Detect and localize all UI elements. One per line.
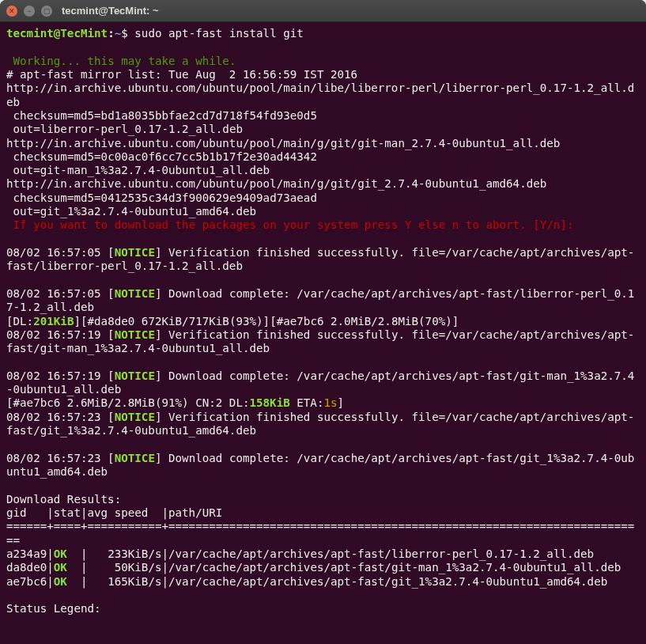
checksum-line: checksum=md5=bd1a8035bbfae2cd7d718f54fd9… [6, 109, 317, 122]
notice-tag: NOTICE [115, 411, 155, 423]
table-row: ae7bc6| [6, 575, 54, 588]
progress-line: ETA: [290, 396, 324, 409]
prompt-path: ~ [115, 27, 122, 40]
table-row: a234a9| [6, 547, 54, 560]
ok-status: OK [54, 575, 67, 588]
prompt-symbol: $ [121, 27, 134, 40]
ok-status: OK [54, 547, 67, 560]
table-row: | 233KiB/s|/var/cache/apt/archives/apt-f… [67, 547, 594, 560]
url-line: http://in.archive.ubuntu.com/ubuntu/pool… [6, 81, 634, 108]
results-header: Download Results: [6, 493, 121, 506]
status-legend: Status Legend: [6, 602, 101, 615]
timestamp: 08/02 16:57:05 [ [6, 287, 115, 300]
notice-tag: NOTICE [115, 452, 155, 464]
notice-tag: NOTICE [115, 369, 155, 382]
timestamp: 08/02 16:57:23 [ [6, 452, 115, 464]
eta: 1s [323, 396, 337, 409]
checksum-line: checksum=md5=0c00ac0f6cc7cc5b1b17f2e30ad… [6, 150, 317, 163]
terminal-body[interactable]: tecmint@TecMint:~$ sudo apt-fast install… [0, 22, 646, 644]
titlebar[interactable]: ✕ − ▢ tecmint@TecMint: ~ [0, 0, 646, 22]
prompt-user: tecmint@TecMint [6, 27, 108, 40]
command-text: sudo apt-fast install git [134, 27, 304, 40]
url-line: http://in.archive.ubuntu.com/ubuntu/pool… [6, 177, 546, 190]
results-cols: gid |stat|avg speed |path/URI [6, 506, 222, 519]
minimize-button[interactable]: − [24, 6, 35, 17]
progress-line: ] [338, 396, 345, 409]
window-title: tecmint@TecMint: ~ [62, 5, 159, 17]
terminal-window: ✕ − ▢ tecmint@TecMint: ~ tecmint@TecMint… [0, 0, 646, 644]
table-row: | 165KiB/s|/var/cache/apt/archives/apt-f… [67, 575, 607, 588]
out-line: out=git-man_1%3a2.7.4-0ubuntu1_all.deb [6, 164, 270, 176]
progress-line: ][#da8de0 672KiB/717KiB(93%)][#ae7bc6 2.… [74, 315, 459, 328]
confirm-line: If you want to download the packages on … [6, 218, 574, 231]
timestamp: 08/02 16:57:19 [ [6, 328, 115, 341]
dl-size: 201KiB [33, 315, 74, 328]
results-sep: ======+====+===========+================… [6, 520, 634, 546]
progress-line: [DL: [6, 315, 33, 328]
maximize-button[interactable]: ▢ [41, 6, 52, 17]
mirror-line: # apt-fast mirror list: Tue Aug 2 16:56:… [6, 68, 357, 81]
timestamp: 08/02 16:57:23 [ [6, 411, 115, 423]
table-row: da8de0| [6, 561, 54, 574]
window-controls: ✕ − ▢ [6, 6, 52, 17]
dl-rate: 158KiB [250, 396, 290, 409]
timestamp: 08/02 16:57:19 [ [6, 369, 115, 382]
prompt-colon: : [108, 27, 115, 40]
working-line: Working... this may take a while. [6, 55, 236, 67]
ok-status: OK [54, 561, 67, 574]
url-line: http://in.archive.ubuntu.com/ubuntu/pool… [6, 137, 560, 150]
notice-tag: NOTICE [115, 328, 155, 341]
notice-tag: NOTICE [115, 287, 155, 300]
progress-line: [#ae7bc6 2.6MiB/2.8MiB(91%) CN:2 DL: [6, 396, 250, 409]
checksum-line: checksum=md5=0412535c34d3f900629e9409ad7… [6, 191, 317, 204]
close-button[interactable]: ✕ [6, 6, 17, 17]
timestamp: 08/02 16:57:05 [ [6, 246, 115, 259]
out-line: out=git_1%3a2.7.4-0ubuntu1_amd64.deb [6, 205, 256, 218]
notice-tag: NOTICE [115, 246, 155, 259]
out-line: out=liberror-perl_0.17-1.2_all.deb [6, 123, 243, 135]
table-row: | 50KiB/s|/var/cache/apt/archives/apt-fa… [67, 561, 621, 574]
